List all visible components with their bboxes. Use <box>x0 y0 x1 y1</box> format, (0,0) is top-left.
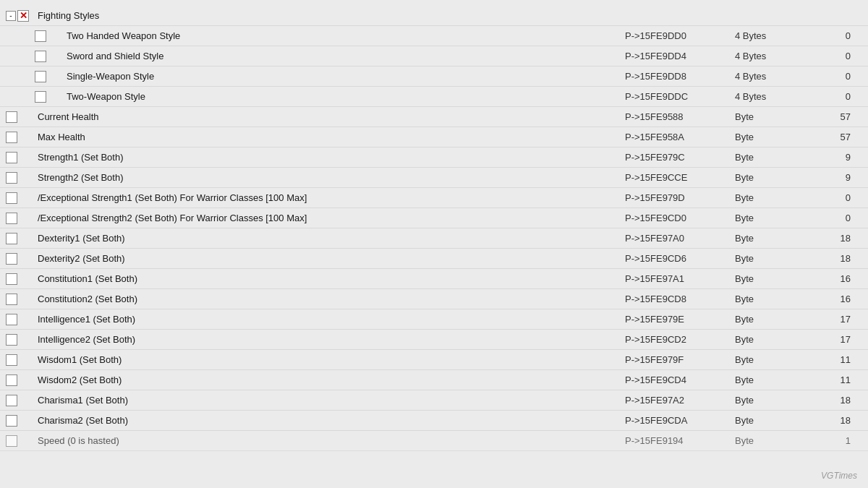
row-value: 0 <box>807 30 865 41</box>
row-address: P->15FE9CCE <box>619 172 735 183</box>
row-type: Byte <box>735 273 807 284</box>
table-row: Two Handed Weapon StyleP->15FE9DD04 Byte… <box>0 26 868 46</box>
row-label: /Exceptional Strength1 (Set Both) For Wa… <box>38 192 619 203</box>
row-label: Sword and Shield Style <box>67 51 619 61</box>
row-value: 57 <box>807 132 865 142</box>
row-type: 4 Bytes <box>735 91 807 102</box>
checkbox[interactable] <box>35 91 46 103</box>
row-value: 11 <box>807 374 865 385</box>
row-address: P->15FE9DD4 <box>619 51 735 61</box>
row-value: 1 <box>807 435 865 446</box>
table-row: Sword and Shield StyleP->15FE9DD44 Bytes… <box>0 46 868 67</box>
checkbox[interactable] <box>6 415 17 427</box>
row-type: Byte <box>735 395 807 406</box>
table-row: Max HealthP->15FE958AByte57 <box>0 127 868 147</box>
row-address: P->15FE979E <box>619 314 735 325</box>
row-address: P->15FE9194 <box>619 435 735 446</box>
row-address: P->15FE9CD0 <box>619 213 735 223</box>
row-label: Max Health <box>38 132 619 142</box>
checkbox[interactable] <box>6 334 17 346</box>
checkbox[interactable] <box>6 294 17 305</box>
table-row: -✕Fighting Styles <box>0 6 868 26</box>
row-value: 0 <box>807 192 865 203</box>
checkbox[interactable]: ✕ <box>17 10 29 22</box>
row-label: Dexterity2 (Set Both) <box>38 253 619 264</box>
row-type: 4 Bytes <box>735 71 807 82</box>
row-value: 0 <box>807 91 865 102</box>
row-address: P->15FE9DD0 <box>619 30 735 41</box>
row-address: P->15FE979D <box>619 192 735 203</box>
table-row: Strength1 (Set Both)P->15FE979CByte9 <box>0 147 868 168</box>
row-value: 16 <box>807 294 865 304</box>
row-value: 18 <box>807 415 865 426</box>
checkbox[interactable] <box>6 273 17 285</box>
checkbox[interactable] <box>6 172 17 184</box>
checkbox[interactable] <box>6 152 17 163</box>
row-value: 17 <box>807 314 865 325</box>
row-address: P->15FE9CD8 <box>619 294 735 304</box>
row-type: 4 Bytes <box>735 51 807 61</box>
row-value: 18 <box>807 395 865 406</box>
checkbox[interactable] <box>6 253 17 265</box>
checkbox[interactable] <box>35 30 46 42</box>
row-value: 9 <box>807 172 865 183</box>
row-value: 0 <box>807 213 865 223</box>
table-row: Intelligence1 (Set Both)P->15FE979EByte1… <box>0 309 868 330</box>
checkbox[interactable] <box>6 233 17 244</box>
row-label: Wisdom2 (Set Both) <box>38 374 619 385</box>
row-value: 11 <box>807 354 865 365</box>
table-row: Charisma1 (Set Both)P->15FE97A2Byte18 <box>0 390 868 411</box>
row-label: Constitution2 (Set Both) <box>38 294 619 304</box>
row-label: Charisma1 (Set Both) <box>38 395 619 406</box>
row-type: Byte <box>735 374 807 385</box>
row-label: Constitution1 (Set Both) <box>38 273 619 284</box>
row-address: P->15FE958A <box>619 132 735 142</box>
table-row: Intelligence2 (Set Both)P->15FE9CD2Byte1… <box>0 330 868 350</box>
row-type: Byte <box>735 354 807 365</box>
row-address: P->15FE9588 <box>619 111 735 122</box>
row-address: P->15FE9DD8 <box>619 71 735 82</box>
row-value: 0 <box>807 71 865 82</box>
row-label: Current Health <box>38 111 619 122</box>
row-type: Byte <box>735 233 807 244</box>
table-row: Strength2 (Set Both)P->15FE9CCEByte9 <box>0 168 868 188</box>
table-row: Single-Weapon StyleP->15FE9DD84 Bytes0 <box>0 67 868 87</box>
row-type: Byte <box>735 172 807 183</box>
row-type: Byte <box>735 111 807 122</box>
row-type: Byte <box>735 213 807 223</box>
checkbox[interactable] <box>6 395 17 406</box>
row-value: 9 <box>807 152 865 163</box>
row-address: P->15FE97A1 <box>619 273 735 284</box>
table-row: Speed (0 is hasted)P->15FE9194Byte1 <box>0 431 868 451</box>
row-label: Fighting Styles <box>38 10 619 21</box>
checkbox[interactable] <box>6 213 17 224</box>
table-row: Two-Weapon StyleP->15FE9DDC4 Bytes0 <box>0 87 868 107</box>
table-row: /Exceptional Strength1 (Set Both) For Wa… <box>0 188 868 208</box>
checkbox[interactable] <box>6 435 17 447</box>
checkbox[interactable] <box>6 374 17 386</box>
row-address: P->15FE9CD4 <box>619 374 735 385</box>
row-type: Byte <box>735 253 807 264</box>
row-label: Strength2 (Set Both) <box>38 172 619 183</box>
row-label: Charisma2 (Set Both) <box>38 415 619 426</box>
checkbox[interactable] <box>6 132 17 143</box>
checkbox[interactable] <box>35 51 46 62</box>
checkbox[interactable] <box>35 71 46 82</box>
checkbox[interactable] <box>6 192 17 204</box>
row-label: Intelligence2 (Set Both) <box>38 334 619 345</box>
row-type: Byte <box>735 132 807 142</box>
checkbox[interactable] <box>6 111 17 123</box>
checkbox[interactable] <box>6 354 17 366</box>
row-value: 18 <box>807 253 865 264</box>
row-value: 18 <box>807 233 865 244</box>
expand-icon[interactable]: - <box>6 11 16 21</box>
row-value: 57 <box>807 111 865 122</box>
row-label: Wisdom1 (Set Both) <box>38 354 619 365</box>
row-address: P->15FE979F <box>619 354 735 365</box>
row-type: Byte <box>735 334 807 345</box>
row-type: Byte <box>735 435 807 446</box>
table-row: /Exceptional Strength2 (Set Both) For Wa… <box>0 208 868 228</box>
checkbox[interactable] <box>6 314 17 325</box>
table-row: Current HealthP->15FE9588Byte57 <box>0 107 868 127</box>
row-label: Speed (0 is hasted) <box>38 435 619 446</box>
